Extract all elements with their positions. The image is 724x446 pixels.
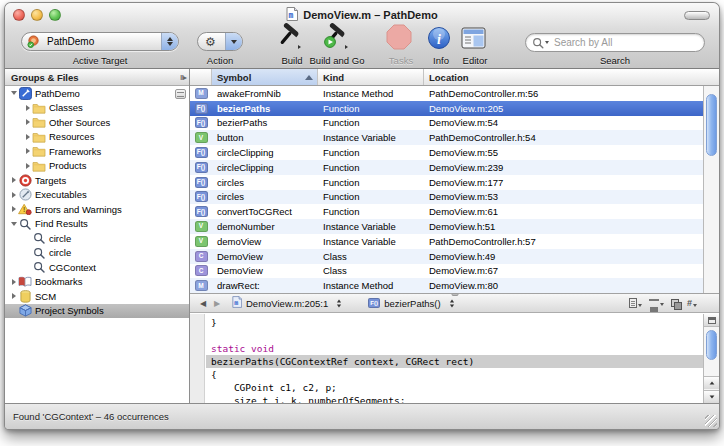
sidebar-item-other-sources[interactable]: Other Sources [5, 115, 189, 130]
symbol-kind-badge: F() [190, 206, 212, 217]
table-row[interactable]: F()bezierPathsFunctionDemoView.m:54 [190, 116, 719, 131]
document-proxy-icon[interactable]: m [286, 7, 298, 23]
sidebar-item-project-symbols[interactable]: Project Symbols [5, 304, 189, 319]
build-button[interactable] [274, 27, 304, 54]
disclosure-triangle-icon[interactable] [9, 177, 18, 183]
function-popup[interactable]: F() bezierPaths() [368, 298, 455, 309]
disclosure-triangle-icon[interactable] [23, 148, 32, 154]
disclosure-triangle-icon[interactable] [23, 134, 32, 140]
table-row[interactable]: VbuttonInstance VariablePathDemoControll… [190, 130, 719, 145]
sidebar-item-bookmarks[interactable]: Bookmarks [5, 275, 189, 290]
symbol-kind-badge: V [190, 236, 212, 247]
window-title: DemoView.m – PathDemo [303, 9, 438, 21]
sidebar-item-cgcontext[interactable]: CGContext [5, 260, 189, 275]
sidebar-header: Groups & Files ‖▸ [5, 69, 189, 86]
sidebar-item-classes[interactable]: Classes [5, 101, 189, 116]
nav-back-button[interactable]: ◀ [196, 299, 210, 308]
badge-M-icon: M [195, 280, 208, 291]
symbol-kind-badge: F() [190, 147, 212, 158]
table-row[interactable]: F()circlesFunctionDemoView.m:177 [190, 175, 719, 190]
up-arrow-icon [709, 381, 714, 384]
splitter-handle[interactable] [451, 293, 458, 296]
disclosure-triangle-icon[interactable] [9, 279, 18, 285]
sidebar-item-circle[interactable]: circle [5, 246, 189, 261]
sidebar-column-menu-icon[interactable] [175, 89, 186, 99]
source-editor[interactable]: }static voidbezierPaths(CGContextRef con… [190, 314, 719, 403]
svg-text:m: m [289, 11, 294, 20]
toolbar-search-field[interactable] [525, 33, 705, 52]
active-target-popup[interactable]: PathDemo [21, 32, 179, 51]
column-header-symbol[interactable]: Symbol [212, 69, 318, 85]
cell-symbol: DemoView [212, 251, 318, 262]
split-editor-button[interactable] [704, 314, 719, 327]
info-button[interactable]: i [424, 27, 454, 54]
magnifier-icon [18, 217, 32, 231]
table-row[interactable]: F()bezierPathsFunctionDemoView.m:205 [190, 101, 719, 116]
column-header-location-label: Location [429, 72, 469, 83]
badge-F-icon: F() [195, 147, 208, 158]
nav-forward-button[interactable]: ▶ [210, 299, 224, 308]
column-header-location[interactable]: Location [424, 69, 719, 85]
editor-scrollbar-thumb[interactable] [706, 330, 717, 360]
disclosure-triangle-icon[interactable] [9, 222, 18, 226]
sidebar-item-errors-and-warnings[interactable]: !Errors and Warnings [5, 202, 189, 217]
symbol-kind-badge: V [190, 132, 212, 143]
table-row[interactable]: VdemoViewInstance VariablePathDemoContro… [190, 234, 719, 249]
cell-symbol: circleClipping [212, 162, 318, 173]
scroll-down-button[interactable] [704, 390, 719, 403]
bookmarks-menu-button[interactable] [629, 298, 642, 308]
breakpoints-menu-button[interactable] [649, 299, 664, 307]
disclosure-triangle-icon[interactable] [23, 163, 32, 169]
table-row[interactable]: MawakeFromNibInstance MethodPathDemoCont… [190, 86, 719, 101]
scroll-up-button[interactable] [704, 376, 719, 389]
disclosure-triangle-icon[interactable] [23, 105, 32, 111]
table-row[interactable]: VdemoNumberInstance VariableDemoView.h:5… [190, 219, 719, 234]
cell-location: PathDemoController.h:57 [424, 236, 719, 247]
sidebar-item-resources[interactable]: Resources [5, 130, 189, 145]
search-input[interactable] [552, 36, 692, 49]
table-row[interactable]: F()circlesFunctionDemoView.m:53 [190, 190, 719, 205]
sidebar-item-circle[interactable]: circle [5, 231, 189, 246]
sort-ascending-icon [305, 75, 313, 80]
toolbar-toggle-pill[interactable] [684, 11, 710, 20]
disclosure-triangle-icon[interactable] [23, 119, 32, 125]
table-row[interactable]: F()circleClippingFunctionDemoView.m:55 [190, 145, 719, 160]
code-area[interactable]: }static voidbezierPaths(CGContextRef con… [206, 316, 703, 403]
editor-button[interactable] [458, 27, 488, 54]
table-scrollbar-thumb[interactable] [706, 94, 717, 156]
splitter-collapse-icon[interactable]: ‖▸ [180, 73, 186, 82]
disclosure-triangle-icon[interactable] [9, 293, 18, 299]
sidebar-item-products[interactable]: Products [5, 159, 189, 174]
hammer-go-icon [321, 23, 350, 54]
table-row[interactable]: F()convertToCGRectFunctionDemoView.m:61 [190, 204, 719, 219]
active-target-label: Active Target [73, 55, 128, 66]
sidebar-item-targets[interactable]: Targets [5, 173, 189, 188]
disclosure-triangle-icon[interactable] [9, 91, 18, 95]
sidebar-item-find-results[interactable]: Find Results [5, 217, 189, 232]
resize-grip[interactable] [705, 415, 717, 427]
file-history-popup[interactable]: m DemoView.m:205:1 [232, 296, 342, 310]
symbol-table: MawakeFromNibInstance MethodPathDemoCont… [190, 86, 719, 293]
search-icon[interactable] [532, 37, 544, 49]
sidebar-item-scm[interactable]: SCM [5, 289, 189, 304]
disclosure-triangle-icon[interactable] [9, 192, 18, 198]
counterpart-button[interactable] [671, 299, 680, 308]
column-header-badge[interactable] [190, 69, 212, 85]
editor-scrollbar[interactable] [703, 314, 719, 403]
sidebar-item-executables[interactable]: Executables [5, 188, 189, 203]
sidebar-item-pathdemo[interactable]: PathDemo [5, 86, 189, 101]
disclosure-triangle-icon[interactable] [9, 206, 18, 212]
build-and-go-button[interactable] [320, 27, 350, 54]
column-header-kind[interactable]: Kind [318, 69, 424, 85]
search-scope-caret-icon[interactable] [545, 41, 549, 44]
table-row[interactable]: CDemoViewClassDemoView.m:67 [190, 264, 719, 279]
table-row[interactable]: CDemoViewClassDemoView.h:49 [190, 249, 719, 264]
action-button[interactable]: ⚙ [197, 32, 243, 51]
included-files-button[interactable]: # [687, 298, 697, 308]
table-scrollbar[interactable] [703, 86, 719, 293]
table-row[interactable]: F()circleClippingFunctionDemoView.m:239 [190, 160, 719, 175]
sidebar-item-frameworks[interactable]: Frameworks [5, 144, 189, 159]
symbol-kind-badge: C [190, 251, 212, 262]
sidebar-item-label: PathDemo [35, 88, 80, 99]
table-row[interactable]: MdrawRect:Instance MethodDemoView.m:80 [190, 278, 719, 293]
